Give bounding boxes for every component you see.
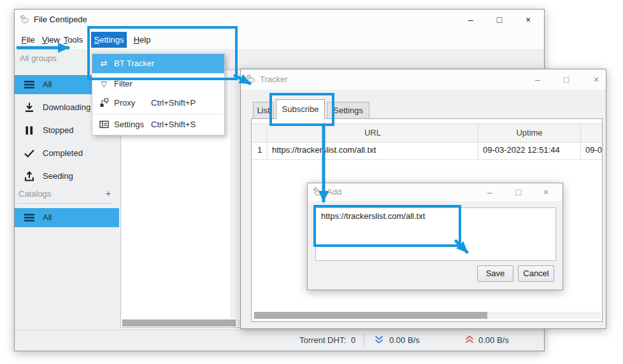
- add-dialog: Add – □ × https://trackerslist.com/all.t…: [307, 183, 563, 290]
- status-bar: Torrent DHT: 0 0.00 B/s 0.00 B/s: [15, 330, 544, 351]
- save-button[interactable]: Save: [477, 265, 513, 282]
- maximize-button[interactable]: □: [510, 184, 527, 200]
- settings-dropdown-menu: ⇄ BT Tracker ▽ Filter Proxy Ctrl+Shift+P…: [92, 53, 225, 136]
- minimize-button[interactable]: –: [529, 71, 547, 88]
- tracker-url-input[interactable]: https://trackerslist.com/all.txt: [315, 207, 556, 261]
- shortcut-label: Ctrl+Shift+P: [151, 98, 196, 108]
- tracker-window-title: Tracker: [260, 74, 288, 84]
- pause-icon: [24, 125, 35, 138]
- sidebar-item-completed[interactable]: Completed: [15, 144, 119, 163]
- vertical-scrollbar[interactable]: [231, 70, 238, 318]
- upload-speed-icon: [464, 335, 475, 346]
- catalogs-row: Catalogs +: [15, 188, 119, 200]
- tracker-tabbar: List Subscribe Settings: [241, 99, 606, 119]
- sidebar-item-seeding[interactable]: Seeding: [15, 167, 119, 186]
- menu-settings[interactable]: Settings: [91, 32, 127, 48]
- dht-value: 0: [351, 335, 355, 345]
- close-button[interactable]: ×: [587, 71, 605, 88]
- scrollbar-thumb[interactable]: [254, 312, 487, 319]
- menu-item-bt-tracker[interactable]: ⇄ BT Tracker: [92, 54, 224, 73]
- menu-tools[interactable]: Tools: [62, 32, 85, 48]
- table-row[interactable]: 1 https://trackerslist.com/all.txt 09-03…: [252, 141, 603, 160]
- shortcut-label: Ctrl+Shift+S: [151, 120, 196, 129]
- tab-subscribe[interactable]: Subscribe: [276, 99, 325, 119]
- download-speed-value: 0.00 B/s: [389, 335, 420, 345]
- network-icon: [99, 98, 109, 108]
- status-separator: [364, 333, 364, 347]
- menu-item-settings[interactable]: Settings Ctrl+Shift+S: [92, 115, 224, 134]
- catalogs-label: Catalogs: [18, 189, 51, 199]
- app-duck-icon: [313, 186, 323, 199]
- menu-icon: [24, 79, 35, 92]
- maximize-button[interactable]: □: [489, 11, 510, 28]
- tab-list[interactable]: List: [253, 102, 274, 119]
- add-catalog-button[interactable]: +: [103, 188, 114, 199]
- tab-settings[interactable]: Settings: [327, 102, 369, 119]
- header-url[interactable]: URL: [267, 124, 478, 142]
- menu-view[interactable]: View: [40, 32, 62, 48]
- add-dialog-title: Add: [327, 187, 341, 197]
- groups-bar-label: All groups: [20, 53, 57, 63]
- menu-bar: File View Tools Settings Help: [15, 30, 544, 49]
- menu-help[interactable]: Help: [131, 32, 153, 48]
- shuffle-icon: ⇄: [99, 59, 109, 69]
- menu-icon: [24, 212, 35, 225]
- row-extra: 09-0: [580, 141, 603, 159]
- horizontal-scrollbar[interactable]: [253, 312, 601, 319]
- menu-item-filter[interactable]: ▽ Filter: [92, 74, 224, 94]
- upload-icon: [24, 171, 35, 184]
- funnel-icon: ▽: [99, 79, 109, 89]
- scrollbar-thumb[interactable]: [122, 319, 236, 326]
- close-button[interactable]: ×: [518, 11, 538, 28]
- app-duck-icon: [246, 74, 256, 86]
- sidebar-catalog-all[interactable]: All: [15, 208, 119, 227]
- main-window-title: File Centipede: [34, 15, 87, 24]
- dht-label: Torrent DHT:: [244, 335, 346, 345]
- screen: File Centipede – □ × File View Tools Set…: [0, 0, 623, 364]
- tracker-titlebar[interactable]: Tracker – □ ×: [241, 69, 606, 90]
- header-extra[interactable]: [580, 124, 603, 142]
- menu-item-proxy[interactable]: Proxy Ctrl+Shift+P: [92, 94, 224, 113]
- app-duck-icon: [20, 14, 30, 26]
- main-titlebar[interactable]: File Centipede – □ ×: [15, 10, 544, 30]
- check-icon: [24, 148, 35, 161]
- minimize-button[interactable]: –: [482, 184, 498, 200]
- minimize-button[interactable]: –: [461, 11, 481, 28]
- download-icon: [24, 102, 35, 115]
- close-button[interactable]: ×: [538, 184, 554, 200]
- header-row-number: [252, 124, 267, 142]
- download-speed-icon: [374, 335, 384, 346]
- add-dialog-titlebar[interactable]: Add – □ ×: [308, 183, 562, 201]
- row-url: https://trackerslist.com/all.txt: [267, 141, 478, 159]
- row-uptime: 09-03-2022 12:51:44: [478, 141, 580, 159]
- form-icon: [99, 120, 109, 130]
- row-number: 1: [252, 141, 267, 159]
- header-uptime[interactable]: Uptime: [478, 124, 580, 142]
- table-header-row: URL Uptime: [252, 123, 603, 143]
- menu-file[interactable]: File: [18, 32, 38, 48]
- upload-speed-value: 0.00 B/s: [478, 335, 509, 345]
- menu-separator: [93, 114, 224, 115]
- maximize-button[interactable]: □: [557, 71, 575, 88]
- sidebar-separator: [17, 203, 113, 204]
- cancel-button[interactable]: Cancel: [518, 265, 554, 282]
